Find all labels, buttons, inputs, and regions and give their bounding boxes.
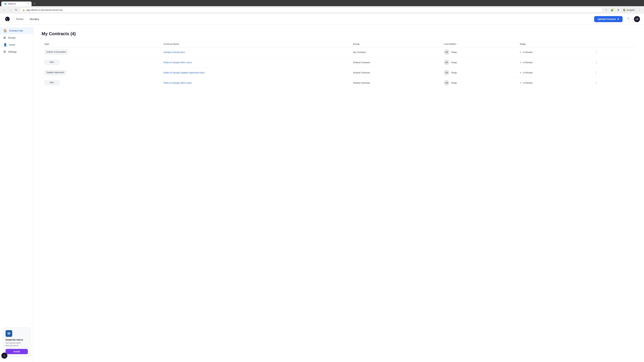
contract-link-3[interactable]: Robin AI Sample NDA 2.docx: [164, 82, 192, 84]
contract-link-2[interactable]: Robin AI Sample Supplier Agreement.docx: [164, 71, 205, 74]
upload-button-label: Upload Contract: [598, 18, 616, 20]
last-edited-date-0: Today: [451, 51, 457, 53]
editor-avatar-0: LD: [444, 49, 449, 55]
review-button[interactable]: Review: [14, 16, 26, 21]
contract-link-1[interactable]: Robin AI Sample NDA 1.docx: [164, 61, 192, 64]
browser-nav-actions: ☆ 🧩 ⬇ 🕵 Incognito ⋮: [604, 8, 642, 12]
refresh-button[interactable]: ↻: [14, 8, 18, 12]
table-row: NDA Robin AI Sample NDA 1.docx Shared Co…: [42, 57, 636, 67]
browser-chrome: 🐦 Robin AI ✕ + ← → ↻ 🔒 app.robinai.co.uk…: [0, 0, 644, 14]
tab-close-button[interactable]: ✕: [27, 3, 29, 5]
cell-stage-0: ✏ In Review: [517, 47, 591, 57]
cell-more-1: ⋮: [591, 57, 636, 67]
cell-type-1: NDA: [42, 57, 161, 67]
browser-tabs: 🐦 Robin AI ✕ +: [0, 0, 644, 6]
addin-card: W Install the Add-in Get Reports within …: [3, 327, 31, 357]
cell-group-0: My Contracts: [350, 47, 441, 57]
row-more-button-3[interactable]: ⋮: [594, 80, 599, 85]
addin-title: Install the Add-in: [6, 339, 28, 341]
incognito-indicator: 🕵 Incognito: [622, 8, 636, 12]
org-name: Moodjoy: [30, 17, 39, 20]
extensions-button[interactable]: 🧩: [610, 8, 615, 12]
table-row: Articles of Association Sample Contract.…: [42, 47, 636, 57]
group-name-2: Shared Contracts: [353, 71, 370, 74]
sidebar-item-contract-hub[interactable]: 🏠 Contract Hub: [0, 27, 33, 34]
contracts-table-body: Articles of Association Sample Contract.…: [42, 47, 636, 88]
sidebar-item-settings[interactable]: ⚙ Settings: [0, 48, 33, 55]
help-icon: ?: [628, 17, 629, 21]
bookmark-button[interactable]: ☆: [604, 8, 608, 12]
feedback-icon: ☺: [3, 354, 6, 357]
contracts-table: Type Contract Name Group Last Edited ↑ S…: [42, 41, 636, 88]
cell-more-0: ⋮: [591, 47, 636, 57]
table-row: NDA Robin AI Sample NDA 2.docx Shared Co…: [42, 78, 636, 88]
cell-stage-3: ✏ In Review: [517, 78, 591, 88]
addin-description: Get Reports within Microsoft Word!: [6, 342, 28, 347]
sort-arrow-icon: ↑: [456, 43, 457, 45]
help-button[interactable]: ?: [625, 16, 631, 22]
stage-pencil-icon-2: ✏: [520, 71, 522, 74]
editor-avatar-3: LD: [444, 80, 449, 85]
stage-label-3: In Review: [523, 82, 533, 84]
browser-nav-bar: ← → ↻ 🔒 app.robinai.co.uk/review/contrac…: [0, 6, 644, 14]
upload-contract-button[interactable]: Upload Contract ⬆: [594, 16, 622, 22]
col-actions: [591, 41, 636, 47]
cell-group-3: Shared Contracts: [350, 78, 441, 88]
cell-contract-name-3: Robin AI Sample NDA 2.docx: [161, 78, 350, 88]
cell-contract-name-2: Robin AI Sample Supplier Agreement.docx: [161, 67, 350, 78]
sidebar-item-users[interactable]: 👤 Users: [0, 41, 33, 48]
main-content: My Contracts (4) Type Contract Name Grou…: [34, 24, 644, 362]
cell-stage-1: ✏ In Review: [517, 57, 591, 67]
stage-label-1: In Review: [523, 61, 533, 64]
app-container: Review Moodjoy Upload Contract ⬆ ? LD 🏠 …: [0, 14, 644, 362]
cell-group-1: Shared Contracts: [350, 57, 441, 67]
stage-label-2: In Review: [523, 71, 533, 74]
sidebar-label-contract-hub: Contract Hub: [9, 29, 23, 32]
page-title: My Contracts (4): [42, 31, 636, 36]
col-group: Group: [350, 41, 441, 47]
col-type: Type: [42, 41, 161, 47]
groups-icon: ⊞: [3, 36, 6, 39]
editor-avatar-2: LD: [444, 70, 449, 75]
browser-menu-button[interactable]: ⋮: [638, 8, 642, 12]
forward-button[interactable]: →: [8, 8, 13, 12]
cell-more-2: ⋮: [591, 67, 636, 78]
row-more-button-1[interactable]: ⋮: [594, 60, 599, 65]
svg-point-0: [6, 18, 7, 19]
sidebar: 🏠 Contract Hub ⊞ Groups 👤 Users ⚙ Settin…: [0, 24, 34, 362]
back-button[interactable]: ←: [2, 8, 7, 12]
sidebar-label-groups: Groups: [8, 36, 16, 39]
type-badge-2: Supplier Agreement: [44, 70, 66, 75]
col-last-edited[interactable]: Last Edited ↑: [441, 41, 517, 47]
type-badge-3: NDA: [44, 80, 59, 85]
cell-stage-2: ✏ In Review: [517, 67, 591, 78]
cell-last-edited-2: LD Today: [441, 67, 517, 78]
download-button[interactable]: ⬇: [616, 8, 620, 12]
col-stage: Stage: [517, 41, 591, 47]
row-more-button-2[interactable]: ⋮: [594, 70, 599, 75]
feedback-button[interactable]: ☺: [1, 353, 8, 359]
install-addin-button[interactable]: Install: [6, 349, 28, 354]
word-icon: W: [6, 330, 12, 337]
stage-pencil-icon-0: ✏: [520, 51, 522, 53]
cell-contract-name-0: Sample Contract.docx: [161, 47, 350, 57]
address-bar[interactable]: 🔒 app.robinai.co.uk/review/contract-hub: [20, 7, 603, 12]
col-contract-name: Contract Name: [161, 41, 350, 47]
header-right: Upload Contract ⬆ ? LD: [594, 16, 640, 22]
logo: [4, 16, 11, 22]
incognito-label: Incognito: [626, 9, 634, 11]
browser-tab-active[interactable]: 🐦 Robin AI ✕: [1, 1, 32, 6]
address-lock-icon: 🔒: [22, 9, 25, 11]
app-body: 🏠 Contract Hub ⊞ Groups 👤 Users ⚙ Settin…: [0, 24, 644, 362]
type-badge-1: NDA: [44, 60, 59, 65]
user-avatar[interactable]: LD: [634, 16, 640, 22]
contract-link-0[interactable]: Sample Contract.docx: [164, 51, 185, 53]
stage-pencil-icon-1: ✏: [520, 61, 522, 64]
tab-label: Robin AI: [8, 3, 16, 5]
row-more-button-0[interactable]: ⋮: [594, 50, 599, 55]
cell-last-edited-0: LD Today: [441, 47, 517, 57]
stage-pencil-icon-3: ✏: [520, 82, 522, 84]
new-tab-button[interactable]: +: [32, 1, 37, 6]
table-row: Supplier Agreement Robin AI Sample Suppl…: [42, 67, 636, 78]
sidebar-item-groups[interactable]: ⊞ Groups: [0, 34, 33, 41]
